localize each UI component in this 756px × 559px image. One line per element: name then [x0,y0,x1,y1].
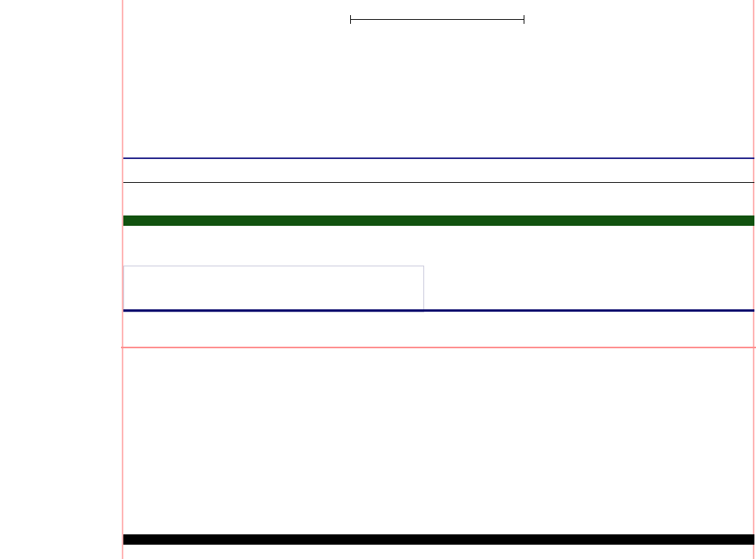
refseq-curated-item[interactable] [123,157,754,159]
genome-browser-image [0,0,756,559]
reference-sequence-row [0,39,756,49]
omim-gene-item[interactable] [123,215,754,226]
right-guide-line [753,0,754,559]
scale-ruler-left-tick [350,15,351,24]
gtex-expression-plot[interactable] [123,266,424,312]
h3k27ac-baseline [121,347,756,348]
scale-ruler-right-tick [524,15,524,24]
phylop-conservation-row[interactable] [124,382,754,394]
repeatmasker-item[interactable] [123,534,754,545]
scale-ruler [350,19,524,20]
gtex-baseline [123,309,754,312]
publications-sequences-item[interactable] [123,182,754,183]
